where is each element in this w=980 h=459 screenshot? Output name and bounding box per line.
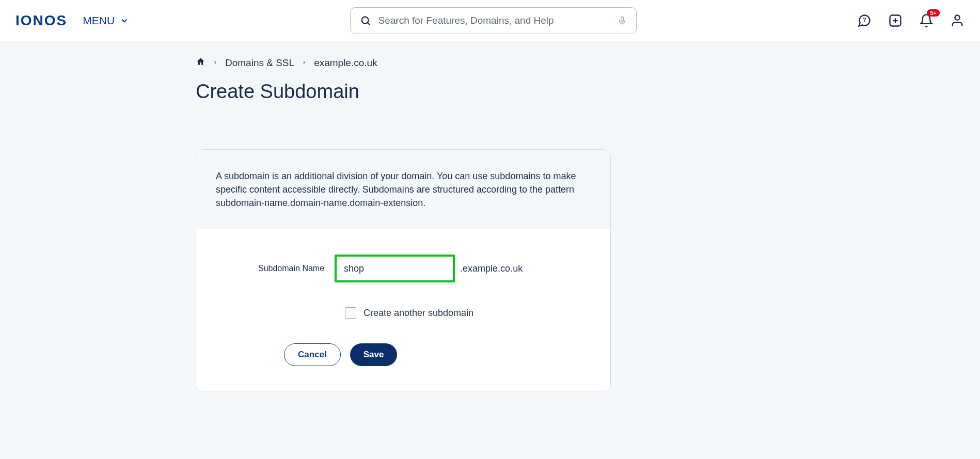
svg-line-1 (368, 23, 370, 25)
person-icon (950, 13, 965, 28)
card-info-text: A subdomain is an additional division of… (196, 150, 610, 230)
chat-icon: ? (857, 13, 872, 28)
breadcrumb-item-domain[interactable]: example.co.uk (314, 57, 377, 69)
page-title: Create Subdomain (196, 81, 784, 103)
home-icon (196, 57, 206, 67)
account-button[interactable] (950, 13, 965, 28)
notifications-button[interactable]: 5+ (919, 13, 934, 28)
search-wrap (129, 7, 857, 34)
breadcrumb: Domains & SSL example.co.uk (196, 57, 784, 69)
svg-point-8 (955, 15, 959, 20)
domain-suffix: .example.co.uk (460, 263, 523, 274)
svg-text:?: ? (862, 16, 866, 23)
button-row: Cancel Save (284, 343, 590, 366)
breadcrumb-home[interactable] (196, 57, 206, 69)
notification-badge: 5+ (927, 9, 940, 17)
chevron-right-icon (302, 57, 307, 69)
chevron-down-icon (120, 16, 129, 25)
create-another-checkbox[interactable] (345, 307, 356, 319)
subdomain-name-row: Subdomain Name .example.co.uk (217, 255, 590, 282)
top-header: IONOS MENU ? (0, 0, 980, 41)
subdomain-input[interactable] (337, 257, 453, 280)
create-another-label: Create another subdomain (363, 308, 473, 319)
help-chat-button[interactable]: ? (857, 13, 872, 28)
header-icons: ? 5+ (857, 13, 965, 28)
create-another-row: Create another subdomain (345, 307, 590, 319)
breadcrumb-item-domains[interactable]: Domains & SSL (225, 57, 294, 69)
svg-rect-2 (621, 17, 623, 21)
subdomain-input-highlight (335, 255, 455, 282)
subdomain-card: A subdomain is an additional division of… (196, 149, 611, 391)
plus-square-icon (888, 13, 903, 28)
card-form: Subdomain Name .example.co.uk Create ano… (196, 230, 610, 391)
search-icon (360, 15, 371, 26)
add-button[interactable] (888, 13, 903, 28)
chevron-right-icon (213, 57, 218, 69)
svg-point-0 (361, 17, 368, 23)
subdomain-label: Subdomain Name (258, 264, 324, 273)
logo[interactable]: IONOS (15, 12, 67, 29)
microphone-icon[interactable] (618, 15, 627, 26)
search-box[interactable] (350, 7, 637, 34)
cancel-button[interactable]: Cancel (284, 343, 341, 366)
menu-label: MENU (83, 14, 115, 27)
search-input[interactable] (378, 15, 610, 26)
save-button[interactable]: Save (350, 343, 398, 366)
main-container: Domains & SSL example.co.uk Create Subdo… (196, 41, 784, 422)
menu-button[interactable]: MENU (83, 14, 129, 27)
